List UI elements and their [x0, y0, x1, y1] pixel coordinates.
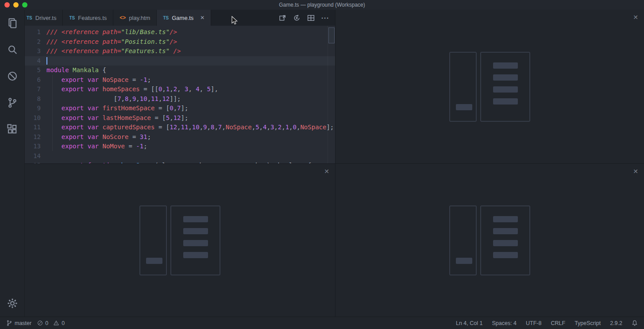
code-line-5[interactable]: 5module Mankala {: [25, 66, 335, 75]
empty-group-watermark: [449, 52, 530, 122]
settings-gear-icon[interactable]: [0, 290, 25, 317]
tab-Features.ts[interactable]: TSFeatures.ts: [63, 10, 113, 26]
line-number: 8: [25, 94, 46, 104]
text-cursor: [46, 57, 47, 65]
git-branch-icon: [6, 320, 12, 326]
code-line-8[interactable]: 8 [7,8,9,10,11,12]];: [25, 94, 335, 104]
empty-group-watermark: [449, 205, 530, 275]
eol-status[interactable]: CRLF: [551, 320, 565, 326]
indent-guide: [52, 75, 53, 151]
editor-group-top-right[interactable]: ✕: [335, 10, 644, 163]
code-line-1[interactable]: 1/// <reference path="lib/Base.ts"/>: [25, 27, 335, 37]
tab-play.htm[interactable]: <>play.htm: [113, 10, 157, 26]
language-mode-status[interactable]: TypeScript: [575, 320, 601, 326]
line-number: 2: [25, 37, 46, 47]
line-content: export var capturedSpaces = [12,11,10,9,…: [46, 123, 334, 132]
line-content: export function homeSpace(player: number…: [46, 161, 311, 163]
extensions-icon[interactable]: [0, 116, 25, 143]
warning-count: 0: [62, 320, 65, 326]
editor-group-bottom-left[interactable]: ✕: [25, 164, 335, 317]
code-line-2[interactable]: 2/// <reference path="Position.ts"/>: [25, 37, 335, 47]
line-number: 4: [25, 56, 46, 66]
line-content: export var firstHomeSpace = [0,7];: [46, 104, 188, 113]
encoding-status[interactable]: UTF-8: [526, 320, 541, 326]
line-number: 3: [25, 46, 46, 56]
open-to-side-icon[interactable]: [279, 14, 286, 22]
html-file-icon: <>: [120, 15, 126, 21]
problems-status[interactable]: 0 0: [37, 320, 65, 326]
tab-Game.ts[interactable]: TSGame.ts✕: [157, 10, 211, 26]
tab-label: Features.ts: [78, 15, 107, 21]
grid-layout-icon[interactable]: [307, 14, 315, 22]
code-line-13[interactable]: 13 export var NoMove = -1;: [25, 142, 335, 151]
close-group-icon[interactable]: ✕: [633, 168, 638, 174]
line-number: 11: [25, 123, 46, 132]
more-actions-icon[interactable]: ···: [321, 15, 329, 21]
error-count: 0: [45, 320, 48, 326]
editor-area: TSDriver.tsTSFeatures.ts<>play.htmTSGame…: [25, 10, 644, 317]
errors-icon: [37, 320, 43, 326]
title-bar[interactable]: Game.ts — playground (Workspace): [0, 0, 644, 10]
window-title: Game.ts — playground (Workspace): [279, 2, 365, 8]
empty-group-watermark: [139, 205, 220, 275]
code-lines: 1/// <reference path="lib/Base.ts"/>2///…: [25, 27, 335, 163]
line-content: module Mankala {: [46, 66, 106, 75]
notifications-bell-icon[interactable]: [632, 320, 638, 326]
code-line-10[interactable]: 10 export var lastHomeSpace = [5,12];: [25, 113, 335, 123]
source-control-icon[interactable]: [0, 89, 25, 116]
line-number: 15: [25, 161, 46, 163]
line-number: 6: [25, 75, 46, 85]
traffic-lights: [4, 2, 27, 8]
editor-actions: ···: [273, 10, 335, 26]
code-line-7[interactable]: 7 export var homeSpaces = [[0,1,2, 3, 4,…: [25, 85, 335, 94]
code-line-12[interactable]: 12 export var NoScore = 31;: [25, 132, 335, 142]
tab-Driver.ts[interactable]: TSDriver.ts: [25, 10, 63, 26]
code-line-4[interactable]: 4: [25, 56, 335, 66]
code-line-9[interactable]: 9 export var firstHomeSpace = [0,7];: [25, 104, 335, 113]
activity-bar: [0, 10, 25, 317]
code-line-6[interactable]: 6 export var NoSpace = -1;: [25, 75, 335, 85]
tab-label: play.htm: [129, 15, 150, 21]
git-branch-status[interactable]: master: [6, 320, 31, 326]
close-group-icon[interactable]: ✕: [633, 14, 638, 20]
code-editor[interactable]: 1/// <reference path="lib/Base.ts"/>2///…: [25, 26, 335, 163]
line-number: 13: [25, 142, 46, 151]
code-line-15[interactable]: 15 export function homeSpace(player: num…: [25, 161, 335, 163]
line-content: export var NoScore = 31;: [46, 132, 151, 142]
scrollbar-gutter: [328, 26, 328, 163]
tabs: TSDriver.tsTSFeatures.ts<>play.htmTSGame…: [25, 10, 211, 26]
close-group-icon[interactable]: ✕: [324, 168, 329, 174]
line-number: 1: [25, 27, 46, 37]
line-content: export var lastHomeSpace = [5,12];: [46, 113, 188, 123]
macos-close-button[interactable]: [4, 2, 10, 8]
line-content: /// <reference path="Position.ts"/>: [46, 37, 177, 47]
line-number: 10: [25, 113, 46, 123]
code-line-3[interactable]: 3/// <reference path="Features.ts" />: [25, 46, 335, 56]
typescript-file-icon: TS: [69, 15, 75, 20]
line-content: [7,8,9,10,11,12]];: [46, 94, 181, 104]
debug-icon[interactable]: [0, 63, 25, 89]
code-line-14[interactable]: 14: [25, 151, 335, 161]
explorer-icon[interactable]: [0, 10, 25, 36]
search-icon[interactable]: [0, 36, 25, 63]
code-line-11[interactable]: 11 export var capturedSpaces = [12,11,10…: [25, 123, 335, 132]
cursor-position-status[interactable]: Ln 4, Col 1: [456, 320, 482, 326]
scrollbar-thumb[interactable]: [328, 27, 335, 43]
tab-label: Driver.ts: [35, 15, 57, 21]
status-bar: master 0 0 Ln 4, Col 1 Spaces: 4 UTF-8 C…: [0, 317, 644, 329]
tab-label: Game.ts: [172, 15, 193, 21]
tab-bar: TSDriver.tsTSFeatures.ts<>play.htmTSGame…: [25, 10, 335, 26]
typescript-version-status[interactable]: 2.9.2: [610, 320, 622, 326]
line-number: 14: [25, 151, 46, 161]
tab-close-icon[interactable]: ✕: [200, 15, 204, 21]
macos-zoom-button[interactable]: [22, 2, 27, 8]
branch-name: master: [15, 320, 31, 326]
sync-icon[interactable]: [293, 14, 301, 22]
line-content: export var homeSpaces = [[0,1,2, 3, 4, 5…: [46, 85, 218, 94]
line-number: 5: [25, 66, 46, 75]
macos-minimize-button[interactable]: [13, 2, 19, 8]
line-content: [46, 56, 47, 66]
indentation-status[interactable]: Spaces: 4: [492, 320, 517, 326]
editor-group-bottom-right[interactable]: ✕: [335, 164, 644, 317]
line-number: 9: [25, 104, 46, 113]
